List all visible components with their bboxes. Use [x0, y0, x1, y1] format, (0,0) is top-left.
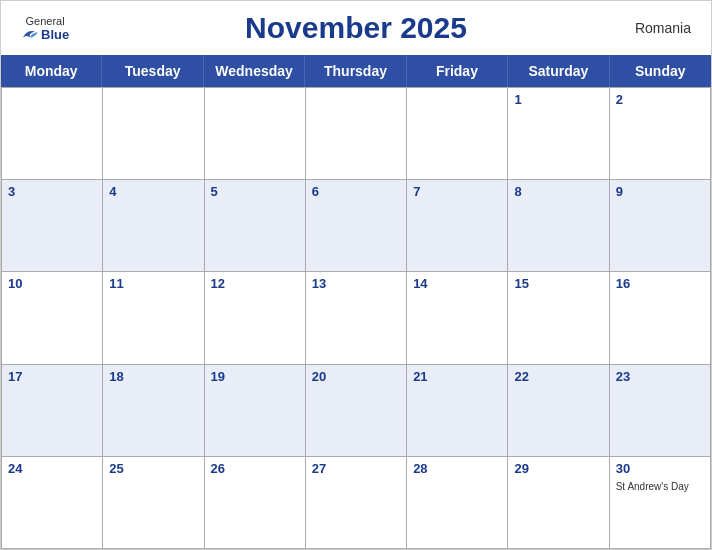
calendar-cell-8: 8: [508, 180, 609, 272]
days-of-week-header: Monday Tuesday Wednesday Thursday Friday…: [1, 55, 711, 87]
day-header-wednesday: Wednesday: [204, 55, 305, 87]
calendar-cell-empty-1: [2, 88, 103, 180]
calendar-cell-3: 3: [2, 180, 103, 272]
logo-general-text: General: [26, 15, 65, 27]
calendar-cell-5: 5: [205, 180, 306, 272]
calendar-cell-21: 21: [407, 365, 508, 457]
country-label: Romania: [635, 20, 691, 36]
day-header-saturday: Saturday: [508, 55, 609, 87]
calendar-cell-empty-3: [205, 88, 306, 180]
calendar-cell-19: 19: [205, 365, 306, 457]
calendar-cell-28: 28: [407, 457, 508, 549]
calendar-cell-25: 25: [103, 457, 204, 549]
logo-bird-icon: [21, 27, 39, 41]
calendar-cell-empty-5: [407, 88, 508, 180]
calendar-cell-29: 29: [508, 457, 609, 549]
calendar-title: November 2025: [245, 11, 467, 45]
day-header-monday: Monday: [1, 55, 102, 87]
calendar-cell-15: 15: [508, 272, 609, 364]
calendar-cell-11: 11: [103, 272, 204, 364]
calendar-cell-9: 9: [610, 180, 711, 272]
calendar-cell-30: 30 St Andrew's Day: [610, 457, 711, 549]
calendar-cell-1: 1: [508, 88, 609, 180]
logo-blue-text: Blue: [21, 27, 69, 42]
calendar-cell-12: 12: [205, 272, 306, 364]
day-header-thursday: Thursday: [305, 55, 406, 87]
calendar-cell-4: 4: [103, 180, 204, 272]
calendar-header: General Blue November 2025 Romania: [1, 1, 711, 55]
calendar-cell-13: 13: [306, 272, 407, 364]
calendar-cell-6: 6: [306, 180, 407, 272]
calendar-cell-empty-4: [306, 88, 407, 180]
day-header-tuesday: Tuesday: [102, 55, 203, 87]
calendar-cell-empty-2: [103, 88, 204, 180]
calendar-cell-7: 7: [407, 180, 508, 272]
calendar-cell-22: 22: [508, 365, 609, 457]
day-header-sunday: Sunday: [610, 55, 711, 87]
calendar-cell-14: 14: [407, 272, 508, 364]
calendar-cell-17: 17: [2, 365, 103, 457]
calendar-cell-16: 16: [610, 272, 711, 364]
calendar-cell-20: 20: [306, 365, 407, 457]
calendar-cell-26: 26: [205, 457, 306, 549]
calendar-cell-18: 18: [103, 365, 204, 457]
calendar-cell-27: 27: [306, 457, 407, 549]
day-header-friday: Friday: [407, 55, 508, 87]
calendar-container: General Blue November 2025 Romania Monda…: [0, 0, 712, 550]
calendar-cell-2: 2: [610, 88, 711, 180]
calendar-cell-23: 23: [610, 365, 711, 457]
calendar-grid: 1 2 3 4 5 6 7 8 9 10 11: [1, 87, 711, 549]
calendar-cell-24: 24: [2, 457, 103, 549]
st-andrews-day-event: St Andrew's Day: [616, 481, 689, 492]
generalblue-logo: General Blue: [21, 15, 69, 42]
calendar-cell-10: 10: [2, 272, 103, 364]
